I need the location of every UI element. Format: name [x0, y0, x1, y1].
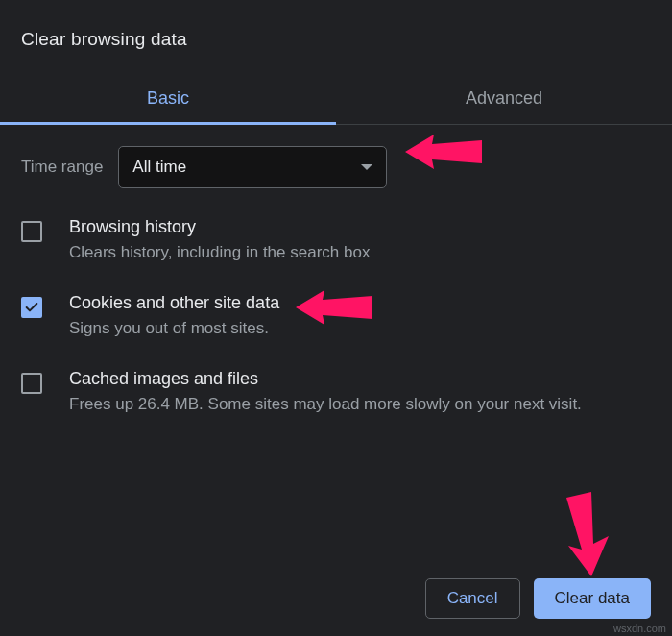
option-desc: Signs you out of most sites.: [69, 317, 651, 340]
time-range-row: Time range All time: [21, 146, 651, 188]
option-desc: Clears history, including in the search …: [69, 241, 651, 264]
checkbox-cookies[interactable]: [21, 297, 42, 318]
time-range-label: Time range: [21, 158, 103, 177]
annotation-arrow-icon: [547, 488, 634, 584]
dialog-title: Clear browsing data: [0, 0, 672, 50]
time-range-value: All time: [132, 158, 186, 177]
option-browsing-history: Browsing history Clears history, includi…: [21, 217, 651, 264]
cancel-button[interactable]: Cancel: [425, 578, 520, 619]
watermark: wsxdn.com: [613, 623, 666, 634]
checkbox-browsing-history[interactable]: [21, 221, 42, 242]
tab-basic[interactable]: Basic: [0, 75, 336, 124]
dialog-footer: Cancel Clear data: [425, 578, 651, 619]
tabs: Basic Advanced: [0, 75, 672, 125]
chevron-down-icon: [361, 164, 372, 170]
option-text: Cookies and other site data Signs you ou…: [69, 293, 651, 340]
option-title: Cookies and other site data: [69, 293, 651, 313]
dialog-body: Time range All time Browsing history Cle…: [0, 125, 672, 415]
option-cookies: Cookies and other site data Signs you ou…: [21, 293, 651, 340]
option-text: Cached images and files Frees up 26.4 MB…: [69, 369, 651, 416]
clear-data-button[interactable]: Clear data: [534, 578, 651, 619]
option-title: Cached images and files: [69, 369, 651, 389]
check-icon: [24, 300, 39, 315]
tab-advanced[interactable]: Advanced: [336, 75, 672, 124]
svg-marker-2: [566, 492, 609, 576]
option-desc: Frees up 26.4 MB. Some sites may load mo…: [69, 393, 651, 416]
option-cached: Cached images and files Frees up 26.4 MB…: [21, 369, 651, 416]
checkbox-cached[interactable]: [21, 373, 42, 394]
option-text: Browsing history Clears history, includi…: [69, 217, 651, 264]
time-range-select[interactable]: All time: [118, 146, 387, 188]
option-title: Browsing history: [69, 217, 651, 237]
